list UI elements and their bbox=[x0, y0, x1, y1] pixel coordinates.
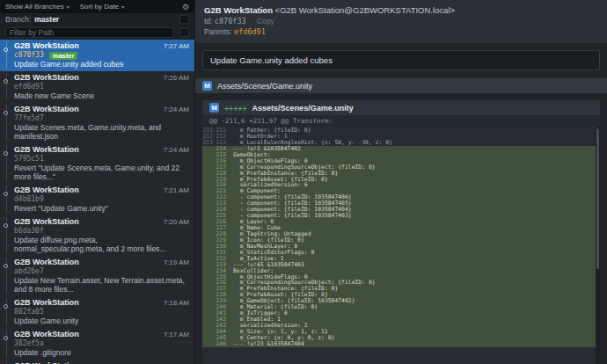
diff-line-text: --- !u!23 &1035847404 bbox=[229, 341, 304, 347]
commit-graph bbox=[0, 73, 14, 100]
commit-author: G2B WorkStation bbox=[14, 41, 79, 51]
commit-author: G2B WorkStation bbox=[14, 73, 79, 83]
commit-hash: abd26e7 bbox=[14, 267, 44, 276]
old-line-number bbox=[202, 219, 216, 225]
old-line-number bbox=[202, 225, 216, 231]
modified-status-badge: M bbox=[202, 81, 212, 91]
copy-id-button[interactable]: Copy bbox=[257, 17, 274, 25]
commit-row[interactable]: G2B WorkStation7:24 AM77fe5d7Update Scen… bbox=[0, 103, 194, 143]
commit-row[interactable]: G2B WorkStation7:21 AMd4b81b9Revert "Upd… bbox=[0, 184, 194, 215]
commit-row[interactable]: G2B WorkStation7:19 AMabd26e7Update New … bbox=[0, 256, 194, 296]
commit-time: 7:18 AM bbox=[164, 298, 189, 308]
modified-status-badge: M bbox=[209, 103, 219, 113]
commit-message: Revert "Update Game.unity" bbox=[14, 204, 189, 213]
commit-node-icon bbox=[4, 223, 8, 228]
commit-graph bbox=[0, 186, 14, 213]
diff-body[interactable]: 211211 m_Father: {fileID: 0}212212 m_Roo… bbox=[202, 127, 600, 364]
old-line-number bbox=[202, 341, 216, 347]
new-line-number: 246 bbox=[216, 341, 229, 347]
sort-by-label: Sort by Date bbox=[80, 3, 119, 11]
filter-by-path-input[interactable] bbox=[5, 27, 174, 38]
parents-label: Parents: bbox=[204, 27, 232, 36]
commit-hash: 382ef5a bbox=[14, 339, 44, 348]
commit-id-value: c870f33 bbox=[215, 17, 246, 25]
commit-time: 7:20 AM bbox=[164, 217, 189, 227]
diff-file-header[interactable]: M +++++ Assets/Scenes/Game.unity bbox=[202, 100, 600, 115]
commit-graph bbox=[0, 105, 14, 141]
commit-row[interactable]: G2B WorkStation7:24 AM5795c51Revert "Upd… bbox=[0, 143, 194, 184]
commit-row[interactable]: G2B WorkStation7:17 AM382ef5aUpdate .git… bbox=[0, 328, 194, 360]
old-line-number bbox=[202, 177, 216, 183]
commit-graph bbox=[0, 145, 14, 181]
commit-row[interactable]: G2B WorkStation7:26 AMefd6d91Made new Ga… bbox=[0, 71, 194, 103]
branch-selector[interactable]: Branch: master bbox=[0, 13, 194, 25]
old-line-number bbox=[202, 280, 216, 286]
old-line-number: 213 bbox=[202, 140, 216, 146]
changed-file-path: Assets/Scenes/Game.unity bbox=[217, 82, 312, 91]
commit-message: Update diffuse.png.meta, normal_specular… bbox=[14, 236, 189, 253]
commit-detail-header: G2B WorkStation <G2B WorkStation@G2BWORK… bbox=[195, 0, 607, 43]
commit-detail-panel: G2B WorkStation <G2B WorkStation@G2BWORK… bbox=[195, 0, 607, 364]
commit-author: G2B WorkStation bbox=[14, 330, 79, 339]
diff-line: 246--- !u!23 &1035847404 bbox=[202, 341, 600, 347]
commit-hash: 77fe5d7 bbox=[14, 114, 44, 123]
branch-label: Branch: bbox=[5, 15, 31, 24]
old-line-number bbox=[202, 207, 216, 213]
show-all-branches-dropdown[interactable]: Show All Branches ▾ bbox=[5, 3, 69, 11]
branch-menu-icon[interactable] bbox=[179, 15, 189, 24]
gear-icon[interactable]: ⚙ bbox=[182, 3, 189, 11]
commit-row[interactable]: G2B WorkStation7:20 AMb6da30fUpdate diff… bbox=[0, 215, 194, 256]
commit-message: Made new Game Scene bbox=[14, 91, 189, 100]
chevron-down-icon: ▾ bbox=[121, 4, 124, 10]
diff-scrollbar[interactable] bbox=[596, 127, 600, 364]
commit-node-icon bbox=[4, 336, 8, 340]
branch-ref-badge: master bbox=[49, 52, 78, 60]
old-line-number bbox=[202, 329, 216, 335]
commit-message-box[interactable]: Update Game.unity added cubes bbox=[202, 50, 600, 70]
commit-message: Update .gitignore bbox=[14, 348, 189, 357]
old-line-number bbox=[202, 200, 216, 207]
commit-row[interactable]: G2B WorkStation7:27 AMc870f33masterUpdat… bbox=[0, 40, 194, 71]
commit-author: G2B WorkStation bbox=[14, 298, 79, 308]
changed-file-row[interactable]: M Assets/Scenes/Game.unity bbox=[195, 78, 607, 93]
diff-panel: M +++++ Assets/Scenes/Game.unity @@ -211… bbox=[202, 100, 600, 364]
commit-node-icon bbox=[4, 111, 8, 115]
parent-commit-link[interactable]: efd6d91 bbox=[234, 27, 266, 36]
commit-row[interactable]: G2B WorkStation7:16 AMUpdate Scenes.meta… bbox=[0, 360, 194, 364]
commit-author: G2B WorkStation bbox=[14, 145, 79, 155]
commit-node-icon bbox=[4, 192, 8, 196]
commit-list[interactable]: G2B WorkStation7:27 AMc870f33masterUpdat… bbox=[0, 40, 194, 364]
commit-author: G2B WorkStation bbox=[14, 186, 79, 195]
filter-options-icon[interactable] bbox=[179, 28, 189, 37]
commit-node-icon bbox=[4, 151, 8, 156]
commit-message: Update Game.unity added cubes bbox=[14, 60, 189, 69]
commit-node-icon bbox=[4, 79, 8, 84]
commit-author: G2B WorkStation bbox=[14, 217, 79, 227]
commit-node-icon bbox=[4, 264, 8, 268]
commit-time: 7:17 AM bbox=[164, 330, 189, 339]
old-line-number bbox=[202, 292, 216, 298]
chevron-down-icon: ▾ bbox=[67, 4, 69, 10]
id-label: Id: bbox=[204, 17, 212, 25]
scrollbar-thumb[interactable] bbox=[596, 128, 599, 269]
commit-row[interactable]: G2B WorkStation7:18 AM802fa05Update Game… bbox=[0, 296, 194, 328]
git-client-window: Show All Branches ▾ Sort by Date ▾ ⚙ Bra… bbox=[0, 0, 607, 364]
commit-message: Update Game.unity bbox=[14, 317, 189, 325]
commit-time: 7:19 AM bbox=[164, 258, 189, 267]
commit-graph bbox=[0, 41, 14, 69]
commit-time: 7:26 AM bbox=[164, 73, 189, 83]
old-line-number bbox=[202, 164, 216, 171]
history-sidebar: Show All Branches ▾ Sort by Date ▾ ⚙ Bra… bbox=[0, 0, 195, 364]
commit-hash: c870f33 bbox=[14, 51, 44, 60]
hunk-header: @@ -211,6 +211,97 @@ Transform: bbox=[202, 115, 600, 127]
old-line-number bbox=[202, 268, 216, 274]
old-line-number bbox=[202, 286, 216, 292]
old-line-number bbox=[202, 158, 216, 164]
old-line-number bbox=[202, 317, 216, 323]
commit-author: G2B WorkStation bbox=[14, 105, 79, 114]
old-line-number bbox=[202, 274, 216, 280]
commit-graph bbox=[0, 258, 14, 294]
old-line-number bbox=[202, 323, 216, 329]
commit-message: Revert "Update Scenes.meta, Game.unity, … bbox=[14, 164, 189, 181]
sort-by-dropdown[interactable]: Sort by Date ▾ bbox=[80, 3, 124, 11]
